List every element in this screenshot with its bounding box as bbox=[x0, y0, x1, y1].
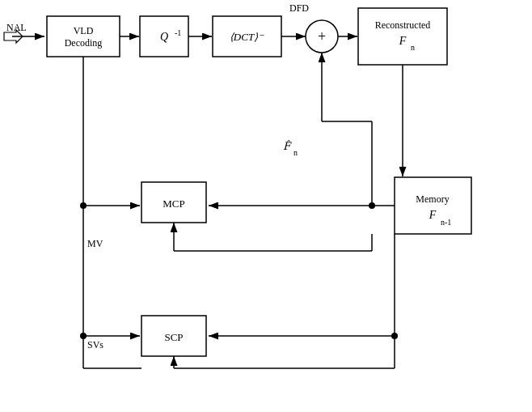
mv-label: MV bbox=[87, 238, 103, 249]
scp-label: SCP bbox=[164, 331, 183, 343]
qinv-exp: -1 bbox=[175, 28, 181, 37]
vld-box bbox=[47, 16, 120, 57]
memory-label: Memory bbox=[416, 193, 449, 205]
memory-box bbox=[395, 177, 471, 234]
adder-plus: + bbox=[318, 28, 326, 45]
fn-label: F bbox=[399, 35, 407, 47]
svs-label: SVs bbox=[87, 339, 103, 350]
mcp-label: MCP bbox=[163, 198, 184, 210]
vld-label2: Decoding bbox=[65, 37, 103, 49]
fn1-label: F bbox=[429, 209, 437, 221]
fhat-subscript: n bbox=[293, 148, 298, 157]
dfd-label: DFD bbox=[289, 2, 309, 14]
qinv-label: Q bbox=[160, 31, 168, 43]
fn-subscript: n bbox=[411, 43, 415, 52]
vld-label: VLD bbox=[74, 25, 94, 36]
fn1-subscript: n-1 bbox=[441, 218, 451, 227]
dct-label: ⟨DCT⟩⁻ bbox=[230, 31, 264, 43]
fhat-label: F̂ bbox=[283, 140, 292, 152]
reconstructed-label: Reconstructed bbox=[375, 19, 431, 31]
